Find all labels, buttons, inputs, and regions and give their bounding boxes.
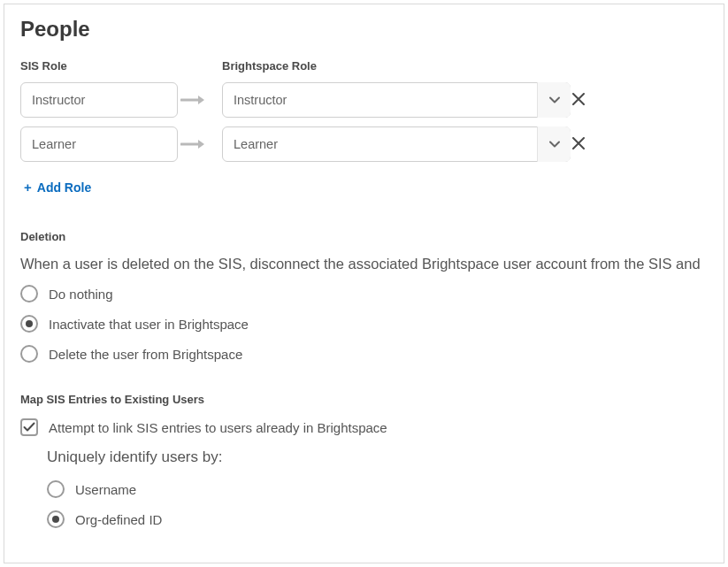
radio-label: Username: [75, 482, 136, 497]
sis-role-header: SIS Role: [20, 59, 67, 73]
brightspace-role-select[interactable]: Instructor: [222, 82, 571, 118]
attempt-link-checkbox[interactable]: Attempt to link SIS entries to users alr…: [20, 418, 708, 436]
radio-icon: [20, 315, 38, 333]
brightspace-role-value: Learner: [234, 137, 278, 151]
radio-icon: [47, 480, 65, 498]
role-mapping-row: Learner: [20, 126, 708, 162]
brightspace-role-value: Instructor: [234, 93, 287, 107]
radio-label: Delete the user from Brightspace: [49, 347, 242, 362]
deletion-radio-inactivate[interactable]: Inactivate that user in Brightspace: [20, 315, 708, 333]
add-role-button[interactable]: + Add Role: [20, 174, 95, 200]
brightspace-role-header: Brightspace Role: [222, 59, 317, 73]
radio-icon: [20, 345, 38, 363]
identify-radio-username[interactable]: Username: [47, 480, 708, 498]
close-icon: [572, 93, 585, 108]
role-headers: SIS Role Brightspace Role: [20, 57, 708, 73]
sis-role-input[interactable]: [20, 126, 178, 162]
identify-radio-orgid[interactable]: Org-defined ID: [47, 510, 708, 528]
page-title: People: [20, 17, 708, 42]
add-role-label: Add Role: [37, 180, 91, 195]
deletion-description: When a user is deleted on the SIS, disco…: [20, 256, 708, 272]
role-mapping-row: Instructor: [20, 82, 708, 118]
mapping-section-label: Map SIS Entries to Existing Users: [20, 393, 708, 406]
identify-users-heading: Uniquely identify users by:: [47, 448, 708, 466]
radio-label: Org-defined ID: [75, 512, 162, 527]
deletion-radio-delete[interactable]: Delete the user from Brightspace: [20, 345, 708, 363]
people-settings-panel: People SIS Role Brightspace Role Instruc…: [4, 4, 724, 563]
radio-label: Do nothing: [49, 287, 113, 302]
arrow-icon: [178, 138, 210, 150]
brightspace-role-select[interactable]: Learner: [222, 126, 571, 162]
close-icon: [572, 137, 585, 152]
deletion-section-label: Deletion: [20, 230, 708, 243]
checkbox-icon: [20, 418, 38, 436]
deletion-radio-do-nothing[interactable]: Do nothing: [20, 285, 708, 303]
arrow-icon: [178, 94, 210, 106]
radio-icon: [47, 510, 65, 528]
sis-role-input[interactable]: [20, 82, 178, 118]
checkbox-label: Attempt to link SIS entries to users alr…: [49, 420, 387, 435]
radio-label: Inactivate that user in Brightspace: [49, 317, 249, 332]
plus-icon: +: [24, 180, 32, 195]
radio-icon: [20, 285, 38, 303]
